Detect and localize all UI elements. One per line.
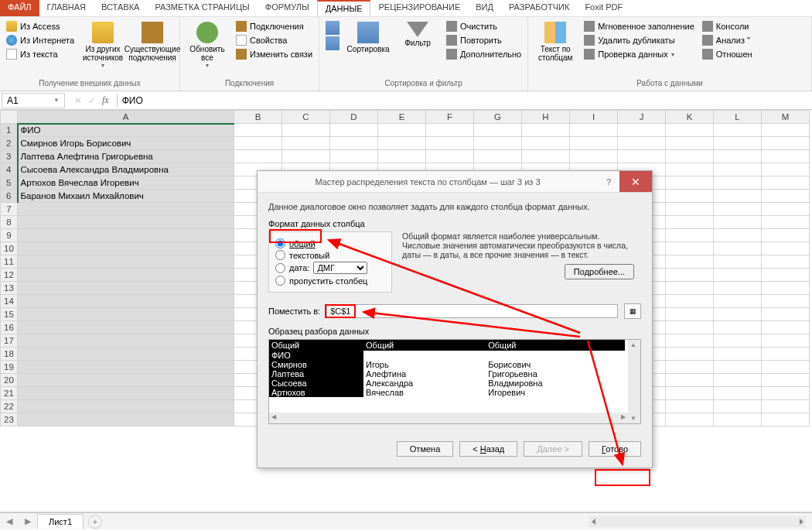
opt-general-radio[interactable]: [275, 238, 285, 248]
dialog-close-button[interactable]: ✕: [619, 171, 652, 192]
destination-input[interactable]: [326, 304, 618, 318]
cell[interactable]: [618, 124, 666, 137]
cell[interactable]: [18, 334, 234, 348]
edit-links[interactable]: Изменить связи: [234, 48, 314, 60]
from-web[interactable]: Из Интернета: [5, 34, 76, 46]
tab-view[interactable]: ВИД: [468, 0, 501, 16]
col-header[interactable]: J: [618, 111, 666, 124]
cell[interactable]: [18, 348, 234, 361]
cell[interactable]: [18, 400, 234, 413]
cell[interactable]: [762, 242, 810, 255]
cell[interactable]: [666, 321, 714, 334]
opt-date-radio[interactable]: [275, 263, 285, 273]
opt-text-radio[interactable]: [275, 250, 285, 260]
row-header[interactable]: 23: [1, 413, 18, 427]
row-header[interactable]: 19: [1, 361, 18, 374]
cell[interactable]: [18, 216, 234, 229]
row-header[interactable]: 16: [1, 321, 18, 334]
cell[interactable]: [714, 400, 762, 413]
col-header[interactable]: D: [330, 111, 378, 124]
cell[interactable]: [666, 203, 714, 216]
tab-developer[interactable]: РАЗРАБОТЧИК: [501, 0, 577, 16]
cell[interactable]: [570, 150, 618, 163]
tab-review[interactable]: РЕЦЕНЗИРОВАНИЕ: [370, 0, 468, 16]
col-header[interactable]: A: [18, 111, 234, 124]
cell[interactable]: [570, 124, 618, 137]
sort-asc[interactable]: [324, 20, 341, 36]
tab-insert[interactable]: ВСТАВКА: [94, 0, 147, 16]
opt-date[interactable]: дата: ДМГ: [275, 262, 385, 274]
cell[interactable]: [762, 321, 810, 334]
col-header[interactable]: G: [474, 111, 522, 124]
cell[interactable]: [18, 242, 234, 255]
cell[interactable]: [762, 334, 810, 348]
preview-vscroll[interactable]: [628, 340, 640, 423]
col-header[interactable]: L: [714, 111, 762, 124]
cell[interactable]: [666, 163, 714, 176]
dialog-help-button[interactable]: ?: [598, 177, 619, 187]
preview-col-header[interactable]: Общий: [269, 340, 363, 351]
cell[interactable]: [618, 150, 666, 163]
properties[interactable]: Свойства: [234, 34, 314, 46]
sheet-nav-next[interactable]: ▶: [19, 516, 37, 526]
row-header[interactable]: 14: [1, 295, 18, 308]
cell[interactable]: [666, 348, 714, 361]
cell[interactable]: [762, 400, 810, 413]
cancel-button[interactable]: Отмена: [397, 441, 453, 457]
row-header[interactable]: 21: [1, 387, 18, 400]
cell[interactable]: [666, 400, 714, 413]
cell[interactable]: [714, 216, 762, 229]
cell[interactable]: [762, 190, 810, 203]
cell[interactable]: [714, 242, 762, 255]
cell[interactable]: [378, 150, 426, 163]
consolidate[interactable]: Консоли: [701, 20, 754, 33]
cell[interactable]: [714, 176, 762, 190]
sort[interactable]: Сортировка: [346, 20, 391, 55]
cell[interactable]: [714, 124, 762, 137]
cell[interactable]: [714, 282, 762, 295]
cell[interactable]: [762, 374, 810, 387]
more-button[interactable]: Подробнее...: [565, 264, 634, 279]
cell[interactable]: [666, 176, 714, 190]
row-header[interactable]: 6: [1, 190, 18, 203]
cell[interactable]: [666, 282, 714, 295]
cell[interactable]: [666, 308, 714, 321]
sort-desc[interactable]: [324, 36, 341, 51]
row-header[interactable]: 17: [1, 334, 18, 348]
cell[interactable]: [234, 124, 282, 137]
col-header[interactable]: C: [282, 111, 330, 124]
cell[interactable]: Лаптева Алефтина Григорьевна: [18, 150, 234, 163]
from-other[interactable]: Из других источников: [80, 20, 125, 70]
date-format-select[interactable]: ДМГ: [313, 262, 367, 274]
cell[interactable]: [282, 137, 330, 150]
formula-input[interactable]: ФИО: [117, 94, 812, 108]
sheet-tab[interactable]: Лист1: [37, 514, 84, 529]
tab-layout[interactable]: РАЗМЕТКА СТРАНИЦЫ: [147, 0, 257, 16]
cell[interactable]: [522, 150, 570, 163]
cell[interactable]: [18, 282, 234, 295]
relationships[interactable]: Отношен: [701, 48, 754, 60]
cell[interactable]: [762, 229, 810, 242]
cell[interactable]: [714, 348, 762, 361]
cell[interactable]: [714, 203, 762, 216]
cell[interactable]: [714, 163, 762, 176]
clear-filter[interactable]: Очистить: [445, 20, 523, 33]
cell[interactable]: [18, 308, 234, 321]
cell[interactable]: [474, 124, 522, 137]
cell[interactable]: [666, 334, 714, 348]
preview-col-header[interactable]: Общий: [363, 340, 486, 351]
from-access[interactable]: Из Access: [5, 20, 76, 33]
cell[interactable]: Баранов Михаил Михайлович: [18, 190, 234, 203]
cell[interactable]: [714, 321, 762, 334]
tab-formulas[interactable]: ФОРМУЛЫ: [258, 0, 317, 16]
opt-skip[interactable]: пропустить столбец: [275, 276, 385, 286]
from-text[interactable]: Из текста: [5, 48, 76, 60]
cell[interactable]: [762, 255, 810, 269]
cell[interactable]: [474, 150, 522, 163]
cell[interactable]: [714, 374, 762, 387]
cell[interactable]: ФИО: [18, 124, 234, 137]
text-to-columns[interactable]: Текст по столбцам: [533, 20, 578, 63]
enter-formula-icon[interactable]: ✓: [88, 95, 96, 106]
refresh-all[interactable]: Обновить все: [185, 20, 230, 70]
finish-button[interactable]: Готово: [589, 441, 641, 457]
